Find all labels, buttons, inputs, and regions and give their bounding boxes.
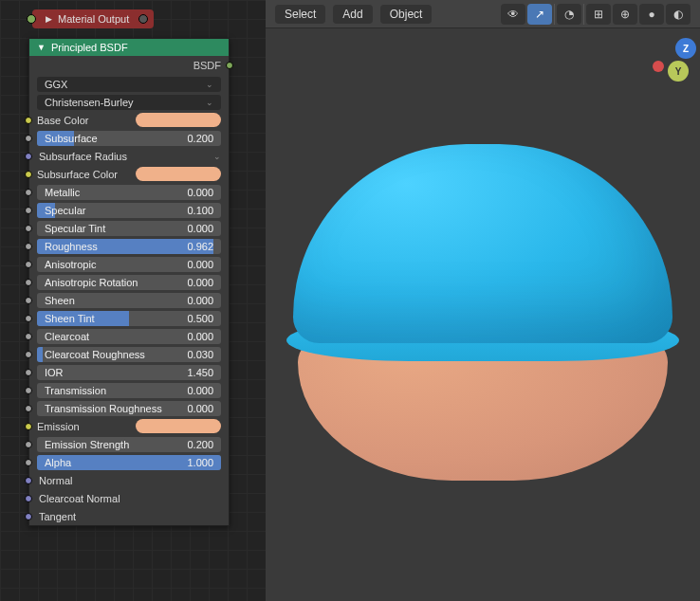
socket-icon[interactable] [25, 477, 32, 484]
alpha-slider[interactable]: Alpha1.000 [37, 455, 221, 470]
socket-icon[interactable] [25, 297, 32, 304]
viewport-3d[interactable]: Z Y [266, 28, 700, 601]
select-menu[interactable]: Select [275, 5, 325, 24]
chevron-down-icon: ⌄ [206, 98, 213, 107]
gizmo-icon[interactable]: ↗ [527, 4, 552, 25]
chevron-down-icon: ⌄ [213, 152, 221, 161]
socket-icon[interactable] [25, 117, 32, 124]
sub-color-swatch[interactable] [136, 167, 221, 181]
node-header[interactable]: ▼ Principled BSDF [29, 39, 229, 56]
emission-swatch[interactable] [136, 419, 221, 433]
socket-icon[interactable] [25, 441, 32, 448]
shading-solid-icon[interactable]: ● [639, 4, 664, 25]
shading-preview-icon[interactable]: ◐ [666, 4, 691, 25]
wireframe-icon[interactable]: ⊞ [586, 4, 611, 25]
socket-icon[interactable] [25, 387, 32, 394]
socket-icon[interactable] [25, 459, 32, 466]
output-socket[interactable] [226, 62, 233, 69]
visibility-icon[interactable]: 👁 [501, 4, 525, 25]
material-output-node[interactable]: ▶ Material Output [32, 9, 154, 28]
expand-icon: ▶ [46, 14, 52, 24]
socket-icon[interactable] [25, 315, 32, 322]
sub-color-label: Subsurface Color [37, 169, 136, 180]
socket-icon[interactable] [25, 225, 32, 232]
socket-icon[interactable] [25, 135, 32, 142]
socket-icon[interactable] [25, 207, 32, 214]
trans-rough-slider[interactable]: Transmission Roughness0.000 [37, 401, 221, 416]
material-output-label: Material Output [58, 13, 129, 25]
sub-radius-label: Subsurface Radius [37, 151, 213, 162]
socket-icon[interactable] [25, 261, 32, 268]
roughness-slider[interactable]: Roughness0.962 [37, 239, 221, 254]
socket-icon[interactable] [25, 423, 32, 430]
sheen-tint-slider[interactable]: Sheen Tint0.500 [37, 311, 221, 326]
emission-label: Emission [37, 421, 136, 432]
specular-slider[interactable]: Specular0.100 [37, 203, 221, 218]
trans-slider[interactable]: Transmission0.000 [37, 383, 221, 398]
object-menu[interactable]: Object [380, 5, 433, 24]
socket-icon[interactable] [25, 405, 32, 412]
chevron-down-icon: ⌄ [206, 80, 213, 89]
shading-wire-icon[interactable]: ⊕ [613, 4, 637, 25]
base-color-swatch[interactable] [136, 113, 221, 127]
aniso-slider[interactable]: Anisotropic0.000 [37, 257, 221, 272]
node-title: Principled BSDF [51, 42, 128, 53]
emit-str-slider[interactable]: Emission Strength0.200 [37, 437, 221, 452]
spec-tint-slider[interactable]: Specular Tint0.000 [37, 221, 221, 236]
add-menu[interactable]: Add [333, 5, 372, 24]
socket-icon[interactable] [25, 279, 32, 286]
principled-bsdf-node[interactable]: ▼ Principled BSDF BSDF GGX⌄ Christensen-… [28, 38, 230, 526]
subsurface-slider[interactable]: Subsurface0.200 [37, 131, 221, 146]
socket-icon[interactable] [25, 189, 32, 196]
normal-label: Normal [37, 475, 221, 486]
socket-icon[interactable] [25, 333, 32, 340]
tangent-label: Tangent [37, 511, 221, 522]
socket-icon[interactable] [25, 351, 32, 358]
aniso-rot-slider[interactable]: Anisotropic Rotation0.000 [37, 275, 221, 290]
collapse-icon: ▼ [37, 43, 46, 52]
axis-y[interactable]: Y [668, 61, 689, 82]
distribution-select[interactable]: GGX⌄ [37, 77, 221, 92]
socket-icon[interactable] [25, 369, 32, 376]
socket-icon[interactable] [25, 171, 32, 178]
sheen-slider[interactable]: Sheen0.000 [37, 293, 221, 308]
clearcoat-slider[interactable]: Clearcoat0.000 [37, 329, 221, 344]
rendered-object [279, 135, 687, 495]
cc-rough-slider[interactable]: Clearcoat Roughness0.030 [37, 347, 221, 362]
metallic-slider[interactable]: Metallic0.000 [37, 185, 221, 200]
sss-method-select[interactable]: Christensen-Burley⌄ [37, 95, 221, 110]
socket-icon[interactable] [25, 153, 32, 160]
socket-icon[interactable] [25, 243, 32, 250]
cc-normal-label: Clearcoat Normal [37, 493, 221, 504]
axis-z[interactable]: Z [675, 38, 696, 59]
overlay-icon[interactable]: ◔ [557, 4, 581, 25]
socket-icon[interactable] [25, 495, 32, 502]
viewport-toolbar: Select Add Object 👁 ↗ ◔ ⊞ ⊕ ● ◐ [266, 0, 700, 28]
socket-icon[interactable] [25, 513, 32, 520]
axis-x[interactable] [653, 61, 664, 72]
base-color-label: Base Color [37, 115, 136, 126]
output-bsdf: BSDF [29, 56, 229, 75]
ior-slider[interactable]: IOR1.450 [37, 365, 221, 380]
